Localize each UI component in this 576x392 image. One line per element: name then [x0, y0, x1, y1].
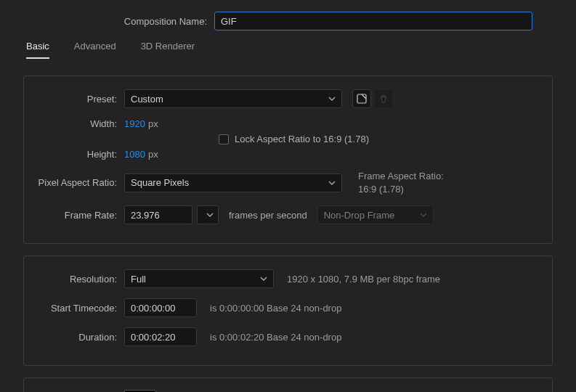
height-label: Height: — [27, 149, 124, 160]
frame-rate-unit: frames per second — [229, 210, 307, 221]
drop-frame-value: Non-Drop Frame — [324, 210, 395, 221]
resolution-label: Resolution: — [27, 274, 124, 285]
chevron-down-icon — [420, 211, 427, 219]
start-timecode-input[interactable]: 0:00:00:00 — [124, 298, 197, 317]
frame-rate-input[interactable]: 23.976 — [124, 205, 192, 224]
frame-aspect-ratio-label: Frame Aspect Ratio: — [358, 170, 444, 183]
duration-info: is 0:00:02:20 Base 24 non-drop — [210, 332, 341, 343]
frame-aspect-ratio-value: 16:9 (1.78) — [358, 183, 444, 196]
resolution-select[interactable]: Full — [124, 269, 274, 288]
frame-rate-stepper[interactable] — [197, 205, 219, 224]
resolution-value: Full — [131, 274, 146, 285]
pixel-aspect-ratio-label: Pixel Aspect Ratio: — [27, 177, 124, 188]
save-preset-button[interactable] — [352, 89, 371, 108]
tab-bar: Basic Advanced 3D Renderer — [15, 41, 561, 60]
preset-select[interactable]: Custom — [124, 89, 342, 108]
chevron-down-icon — [260, 275, 267, 282]
lock-aspect-label: Lock Aspect Ratio to 16:9 (1.78) — [235, 134, 369, 144]
height-value[interactable]: 1080 — [124, 149, 145, 160]
tab-advanced[interactable]: Advanced — [74, 41, 116, 59]
width-label: Width: — [27, 118, 124, 129]
preset-label: Preset: — [27, 94, 124, 105]
tab-3d-renderer[interactable]: 3D Renderer — [141, 41, 195, 59]
pixel-aspect-ratio-select[interactable]: Square Pixels — [124, 173, 342, 192]
height-unit: px — [148, 149, 158, 160]
lock-aspect-checkbox[interactable] — [219, 134, 229, 144]
duration-input[interactable]: 0:00:02:20 — [124, 327, 197, 346]
composition-name-label: Composition Name: — [15, 16, 214, 27]
chevron-down-icon — [328, 95, 336, 102]
drop-frame-select: Non-Drop Frame — [317, 205, 434, 224]
pixel-aspect-ratio-value: Square Pixels — [131, 177, 189, 188]
composition-name-input[interactable] — [214, 12, 532, 30]
duration-value: 0:00:02:20 — [131, 332, 175, 343]
delete-preset-button — [374, 89, 393, 108]
duration-label: Duration: — [27, 332, 124, 343]
chevron-down-icon — [328, 179, 336, 187]
tab-basic[interactable]: Basic — [26, 41, 49, 59]
start-timecode-value: 0:00:00:00 — [131, 303, 175, 314]
preset-value: Custom — [131, 94, 163, 105]
width-unit: px — [148, 118, 158, 129]
width-value[interactable]: 1920 — [124, 118, 145, 129]
svg-rect-0 — [357, 94, 366, 103]
start-timecode-label: Start Timecode: — [27, 303, 124, 314]
resolution-info: 1920 x 1080, 7.9 MB per 8bpc frame — [287, 274, 440, 285]
start-timecode-info: is 0:00:00:00 Base 24 non-drop — [210, 303, 341, 314]
frame-rate-value: 23.976 — [131, 210, 160, 221]
frame-rate-label: Frame Rate: — [27, 210, 124, 221]
chevron-down-icon — [206, 211, 214, 219]
